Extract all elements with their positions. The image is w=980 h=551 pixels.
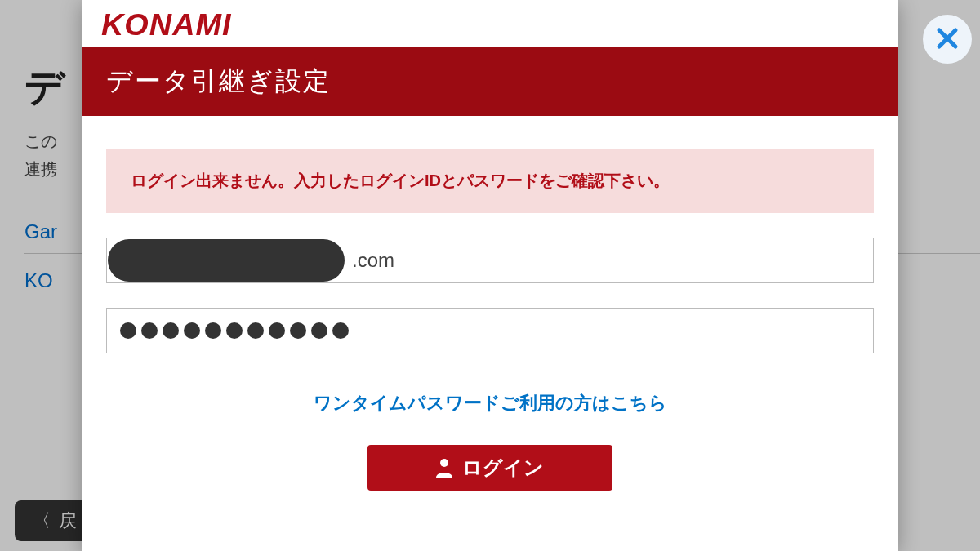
modal-body: ログイン出来ません。入力したログインIDとパスワードをご確認下さい。 ワンタイム… bbox=[82, 149, 898, 491]
one-time-password-link[interactable]: ワンタイムパスワードご利用の方はこちら bbox=[106, 391, 874, 415]
redacted-overlay bbox=[108, 239, 345, 282]
password-dot bbox=[247, 322, 264, 339]
login-button[interactable]: ログイン bbox=[368, 445, 612, 491]
konami-logo: KONAMI bbox=[101, 8, 918, 42]
error-message: ログイン出来ません。入力したログインIDとパスワードをご確認下さい。 bbox=[106, 149, 874, 213]
password-field-wrapper bbox=[106, 308, 874, 353]
close-button[interactable] bbox=[923, 15, 972, 64]
password-dot bbox=[120, 322, 136, 339]
password-dot bbox=[184, 322, 200, 339]
password-dot bbox=[141, 322, 158, 339]
password-dot bbox=[205, 322, 221, 339]
close-icon bbox=[934, 25, 960, 54]
password-dot bbox=[290, 322, 306, 339]
login-modal: KONAMI データ引継ぎ設定 ログイン出来ません。入力したログインIDとパスワ… bbox=[82, 0, 898, 551]
password-input[interactable] bbox=[106, 308, 874, 353]
password-dot bbox=[269, 322, 285, 339]
modal-title: データ引継ぎ設定 bbox=[82, 47, 898, 116]
password-dot bbox=[226, 322, 243, 339]
password-dot bbox=[163, 322, 179, 339]
person-icon bbox=[436, 458, 452, 478]
modal-header-logo-area: KONAMI bbox=[82, 0, 898, 47]
password-dot bbox=[311, 322, 327, 339]
login-button-label: ログイン bbox=[462, 455, 544, 481]
password-dot bbox=[332, 322, 349, 339]
svg-point-0 bbox=[440, 459, 448, 467]
login-id-field-wrapper bbox=[106, 238, 874, 283]
